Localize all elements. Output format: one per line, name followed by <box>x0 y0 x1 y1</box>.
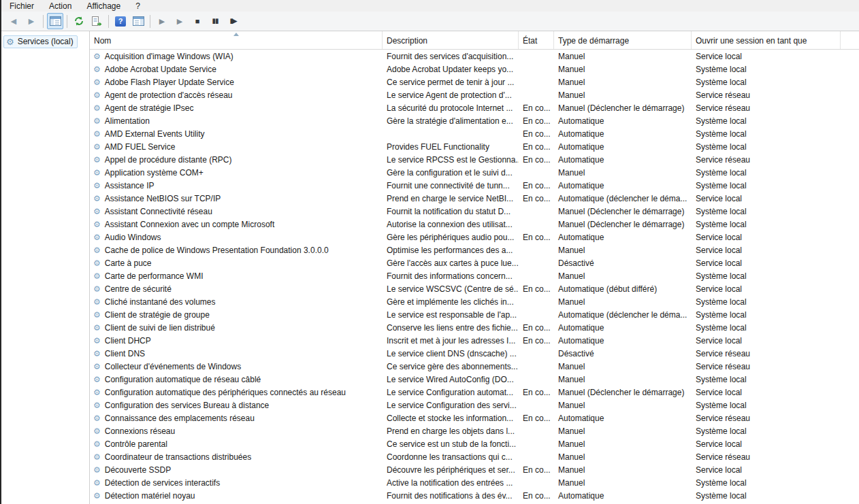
resume-service-button[interactable]: ▶ <box>172 13 188 29</box>
service-status-cell: En co... <box>519 233 554 242</box>
service-status-cell: En co... <box>519 388 554 397</box>
column-header-description[interactable]: Description <box>383 31 519 49</box>
service-row[interactable]: ⚙Connaissance des emplacements réseauCol… <box>90 411 859 424</box>
service-row[interactable]: ⚙Connexions réseauPrend en charge les ob… <box>90 424 859 437</box>
restart-service-button[interactable]: ▮▶ <box>225 13 241 29</box>
menu-action[interactable]: Action <box>42 1 79 12</box>
service-description-cell: Collecte et stocke les information... <box>383 414 519 423</box>
service-name-cell: ⚙Acquisition d'image Windows (WIA) <box>90 52 383 61</box>
export-list-button[interactable] <box>88 13 105 29</box>
service-row[interactable]: ⚙Configuration automatique des périphéri… <box>90 386 859 399</box>
service-row[interactable]: ⚙Agent de protection d'accès réseauLe se… <box>90 88 859 101</box>
service-row[interactable]: ⚙Cliché instantané des volumesGère et im… <box>90 295 859 308</box>
menu-affichage[interactable]: Affichage <box>79 1 128 12</box>
service-row[interactable]: ⚙Collecteur d'événements de WindowsCe se… <box>90 360 859 373</box>
service-row[interactable]: ⚙Cache de police de Windows Presentation… <box>90 243 859 256</box>
refresh-button[interactable] <box>71 13 87 29</box>
stop-service-icon: ■ <box>195 18 200 25</box>
service-row[interactable]: ⚙Client DNSLe service client DNS (dnscac… <box>90 347 859 360</box>
service-name-cell: ⚙Configuration des services Bureau à dis… <box>90 401 383 410</box>
help-button[interactable]: ? <box>112 13 129 29</box>
service-row[interactable]: ⚙Acquisition d'image Windows (WIA)Fourni… <box>90 50 859 63</box>
service-name: Client de suivi de lien distribué <box>105 323 215 333</box>
service-row[interactable]: ⚙Client de suivi de lien distribuéConser… <box>90 321 859 334</box>
menu-fichier[interactable]: Fichier <box>8 1 42 12</box>
service-row[interactable]: ⚙AMD FUEL ServiceProvides FUEL Functiona… <box>90 140 859 153</box>
service-description-cell: Gère la stratégie d'alimentation e... <box>383 116 519 126</box>
action-pane-toggle-button[interactable] <box>130 13 146 29</box>
service-row[interactable]: ⚙Client DHCPInscrit et met à jour les ad… <box>90 334 859 347</box>
service-logon-cell: Système local <box>692 181 859 190</box>
console-tree-toggle-button[interactable] <box>47 13 63 29</box>
service-description-cell: Le service Agent de protection d'... <box>383 90 519 100</box>
service-logon-cell: Service local <box>692 258 859 268</box>
service-description-cell: Gère et implémente les clichés in... <box>383 297 519 307</box>
service-row[interactable]: ⚙Carte à puceGère l'accès aux cartes à p… <box>90 256 859 269</box>
service-row[interactable]: ⚙Carte de performance WMIFournit des inf… <box>90 269 859 282</box>
service-row[interactable]: ⚙Centre de sécuritéLe service WSCSVC (Ce… <box>90 282 859 295</box>
service-row[interactable]: ⚙Coordinateur de transactions distribuée… <box>90 450 859 463</box>
service-row[interactable]: ⚙Client de stratégie de groupeLe service… <box>90 308 859 321</box>
start-service-button[interactable]: ▶ <box>154 13 170 29</box>
service-row[interactable]: ⚙Adobe Flash Player Update ServiceCe ser… <box>90 75 859 88</box>
service-row[interactable]: ⚙AMD External Events UtilityEn co...Auto… <box>90 127 859 140</box>
service-logon-cell: Service local <box>692 336 859 346</box>
service-row[interactable]: ⚙Contrôle parentalCe service est un stub… <box>90 437 859 450</box>
service-description-cell: Le service Configuration des servi... <box>383 401 519 410</box>
service-row[interactable]: ⚙Configuration des services Bureau à dis… <box>90 399 859 411</box>
service-startup-type-cell: Automatique <box>554 491 692 501</box>
service-row[interactable]: ⚙Audio WindowsGère les périphériques aud… <box>90 231 859 243</box>
service-logon-cell: Système local <box>692 207 859 216</box>
column-header-session[interactable]: Ouvrir une session en tant que <box>692 31 841 49</box>
service-gear-icon: ⚙ <box>93 375 101 384</box>
back-button[interactable]: ◄ <box>5 13 22 29</box>
service-row[interactable]: ⚙Assistance IPFournit une connectivité d… <box>90 179 859 192</box>
service-name-cell: ⚙Centre de sécurité <box>90 284 383 294</box>
service-name-cell: ⚙Carte de performance WMI <box>90 271 383 281</box>
service-logon-cell: Système local <box>692 129 859 139</box>
service-startup-type-cell: Manuel (Déclencher le démarrage) <box>554 388 692 397</box>
service-startup-type-cell: Désactivé <box>554 349 692 358</box>
service-row[interactable]: ⚙Détection matériel noyauFournit des not… <box>90 489 859 502</box>
service-row[interactable]: ⚙Assistant Connectivité réseauFournit la… <box>90 205 859 218</box>
column-header-nom[interactable]: Nom <box>90 31 383 49</box>
service-name-cell: ⚙Audio Windows <box>90 233 383 242</box>
service-logon-cell: Système local <box>692 142 859 152</box>
service-row[interactable]: ⚙Découverte SSDPDécouvre les périphériqu… <box>90 463 859 476</box>
service-gear-icon: ⚙ <box>93 479 101 487</box>
pause-service-button[interactable]: ▮▮ <box>207 13 223 29</box>
service-name: Cliché instantané des volumes <box>105 297 216 307</box>
service-startup-type-cell: Manuel <box>554 78 692 87</box>
service-row[interactable]: ⚙Adobe Acrobat Update ServiceAdobe Acrob… <box>90 63 859 75</box>
service-row[interactable]: ⚙Configuration automatique de réseau câb… <box>90 373 859 386</box>
service-name-cell: ⚙Client DNS <box>90 349 383 358</box>
console-tree-icon <box>50 16 61 26</box>
service-gear-icon: ⚙ <box>93 324 101 332</box>
service-row[interactable]: ⚙Détection de services interactifsActive… <box>90 476 859 489</box>
service-row[interactable]: ⚙AlimentationGère la stratégie d'aliment… <box>90 114 859 127</box>
services-console-window: Fichier Action Affichage ? ◄ ► <box>0 0 859 504</box>
service-gear-icon: ⚙ <box>93 104 101 112</box>
forward-button[interactable]: ► <box>23 13 39 29</box>
service-name: Audio Windows <box>105 233 161 242</box>
service-name: Acquisition d'image Windows (WIA) <box>105 52 233 61</box>
service-row[interactable]: ⚙Appel de procédure distante (RPC)Le ser… <box>90 153 859 166</box>
service-description-cell: Le service Wired AutoConfig (DO... <box>383 375 519 384</box>
service-row[interactable]: ⚙Assistant Connexion avec un compte Micr… <box>90 218 859 231</box>
service-startup-type-cell: Manuel <box>554 168 692 178</box>
menu-help[interactable]: ? <box>128 1 148 12</box>
service-startup-type-cell: Manuel <box>554 246 692 255</box>
service-row[interactable]: ⚙Application système COM+Gère la configu… <box>90 166 859 179</box>
service-name-cell: ⚙Agent de protection d'accès réseau <box>90 90 383 100</box>
service-startup-type-cell: Manuel <box>554 401 692 410</box>
service-row[interactable]: ⚙Assistance NetBIOS sur TCP/IPPrend en c… <box>90 192 859 205</box>
service-row[interactable]: ⚙Agent de stratégie IPsecLa sécurité du … <box>90 101 859 114</box>
service-startup-type-cell: Automatique (déclencher le déma... <box>554 194 692 203</box>
column-header-etat[interactable]: État <box>519 31 554 49</box>
service-name-cell: ⚙Assistant Connexion avec un compte Micr… <box>90 220 383 229</box>
service-description-cell: Adobe Acrobat Updater keeps yo... <box>383 65 519 74</box>
stop-service-button[interactable]: ■ <box>189 13 206 29</box>
column-header-type-demarrage[interactable]: Type de démarrage <box>554 31 692 49</box>
export-list-icon <box>91 16 102 26</box>
tree-item-services-local[interactable]: ⚙ Services (local) <box>3 35 78 48</box>
